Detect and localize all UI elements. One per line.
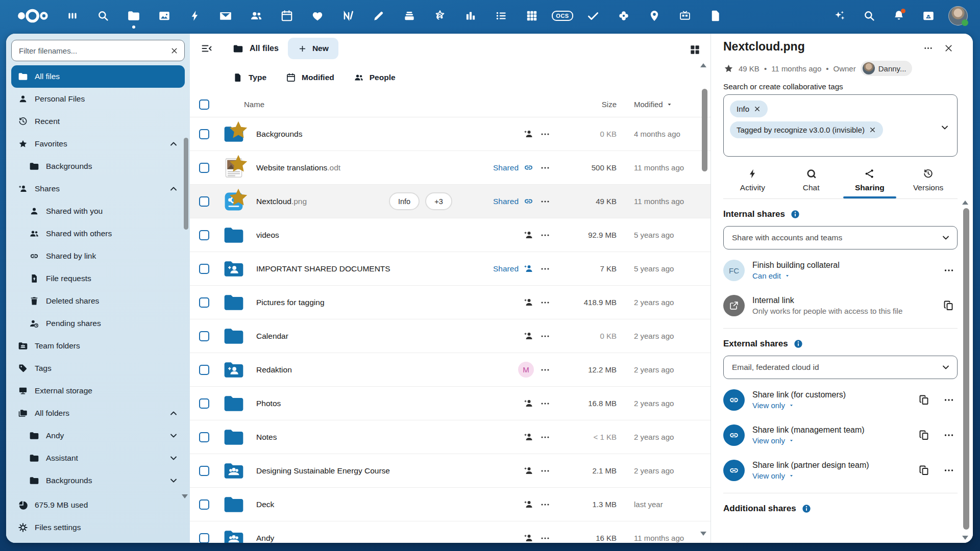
tags-input-box[interactable]: InfoTagged by recognize v3.0.0 (invisibl… — [723, 94, 958, 157]
file-row-photos[interactable]: Photos16.8 MB2 years ago — [190, 387, 710, 420]
share-status[interactable] — [523, 230, 534, 240]
sidebar-item-all-folders[interactable]: All folders — [11, 402, 185, 424]
sidebar-item-personal-files[interactable]: Personal Files — [11, 88, 185, 110]
app-deck[interactable] — [394, 3, 425, 29]
share-status[interactable]: Shared — [493, 162, 534, 173]
sidebar-item-favorites[interactable]: Favorites — [11, 133, 185, 155]
share-status[interactable] — [523, 432, 534, 442]
chevron-down-icon[interactable] — [168, 431, 179, 441]
app-tables[interactable] — [517, 3, 547, 29]
row-actions-button[interactable] — [534, 364, 556, 375]
app-analytics[interactable] — [455, 3, 486, 29]
sidebar-item-shared-with-others[interactable]: Shared with others — [11, 222, 185, 245]
filter-clear-button[interactable] — [166, 43, 182, 58]
filter-people[interactable]: People — [354, 72, 396, 83]
copy-internal-link-button[interactable] — [940, 297, 958, 314]
file-row-redaktion[interactable]: RedaktionM12.2 MB2 years ago — [190, 353, 710, 387]
share-status[interactable] — [523, 465, 534, 476]
app-contacts[interactable] — [241, 3, 272, 29]
file-row-calendar[interactable]: Calendar0 KB2 years ago — [190, 319, 710, 353]
sidebar-item-assistant[interactable]: Assistant — [11, 447, 185, 469]
list-scroll-down-icon[interactable] — [700, 532, 706, 536]
tab-chat[interactable]: Chat — [782, 165, 841, 198]
app-flower[interactable] — [608, 3, 639, 29]
row-actions-button[interactable] — [534, 196, 556, 207]
contact-card-button[interactable] — [914, 3, 943, 29]
row-actions-button[interactable] — [534, 297, 556, 308]
app-recognize[interactable] — [425, 3, 455, 29]
app-cast[interactable] — [670, 3, 700, 29]
remove-tag-icon[interactable] — [753, 105, 761, 113]
notifications-button[interactable] — [884, 3, 914, 29]
app-checks[interactable] — [578, 3, 608, 29]
avatar-button[interactable] — [943, 3, 973, 29]
info-icon[interactable] — [790, 209, 800, 219]
sidebar-item-files-settings[interactable]: Files settings — [11, 516, 185, 539]
app-calendar[interactable] — [272, 3, 302, 29]
filter-filenames-input[interactable] — [11, 40, 185, 61]
chevron-down-icon[interactable] — [941, 233, 951, 243]
row-checkbox[interactable] — [199, 398, 209, 409]
external-share-row[interactable]: Share link (partner design team)View onl… — [723, 456, 958, 485]
app-photos[interactable] — [149, 3, 180, 29]
sidebar-item-pending-shares[interactable]: Pending shares — [11, 312, 185, 335]
tag-chip-3[interactable]: +3 — [425, 192, 452, 210]
chevron-up-icon[interactable] — [168, 139, 179, 149]
row-checkbox[interactable] — [199, 533, 209, 543]
tag-chip-info[interactable]: Info — [389, 192, 420, 210]
sidebar-item-all-files[interactable]: All files — [11, 65, 185, 88]
row-checkbox[interactable] — [199, 432, 209, 442]
details-close-button[interactable] — [939, 40, 958, 56]
row-checkbox[interactable] — [199, 297, 209, 308]
chevron-down-icon[interactable] — [168, 475, 179, 486]
column-size[interactable]: Size — [556, 100, 617, 109]
file-row-notes[interactable]: Notes< 1 KB2 years ago — [190, 420, 710, 454]
sidebar-scroll-down-icon[interactable] — [182, 494, 188, 498]
row-checkbox[interactable] — [199, 129, 209, 139]
app-activity[interactable] — [180, 3, 210, 29]
chevron-down-icon[interactable] — [168, 453, 179, 463]
nextcloud-logo-icon[interactable] — [10, 6, 57, 26]
sidebar-item-deleted-shares[interactable]: Deleted shares — [11, 290, 185, 312]
list-scroll-up-icon[interactable] — [700, 63, 706, 67]
file-row-nextcloud[interactable]: Nextcloud.pngInfo+3Shared49 KB11 months … — [190, 185, 710, 218]
info-icon[interactable] — [793, 339, 803, 349]
file-row-andy[interactable]: Andy16 KB11 months ago — [190, 521, 710, 543]
shared-label[interactable]: Shared — [493, 197, 519, 206]
row-checkbox[interactable] — [199, 466, 209, 476]
row-actions-button[interactable] — [534, 162, 556, 173]
sidebar-item-file-requests[interactable]: File requests — [11, 267, 185, 290]
share-status[interactable]: Shared — [493, 196, 534, 207]
app-search[interactable] — [88, 3, 118, 29]
panel-scroll-up-icon[interactable] — [962, 201, 968, 205]
search-button[interactable] — [854, 3, 884, 29]
row-checkbox[interactable] — [199, 264, 209, 274]
app-tasks[interactable] — [486, 3, 517, 29]
share-status[interactable] — [523, 398, 534, 409]
panel-scroll-down-icon[interactable] — [962, 536, 968, 540]
external-share-row[interactable]: Share link (management team)View only — [723, 421, 958, 449]
app-heart[interactable] — [302, 3, 333, 29]
share-permission[interactable]: Can edit — [752, 271, 933, 280]
row-checkbox[interactable] — [199, 331, 209, 341]
file-row-website-translations[interactable]: Website translations.odtShared500 KB11 m… — [190, 151, 710, 185]
sidebar-item-quota[interactable]: 675.9 MB used — [11, 494, 185, 516]
chevron-up-icon[interactable] — [168, 184, 179, 194]
share-status[interactable] — [523, 129, 534, 139]
sidebar-item-backgrounds[interactable]: Backgrounds — [11, 469, 185, 492]
app-maps[interactable] — [639, 3, 670, 29]
row-actions-button[interactable] — [534, 432, 556, 443]
breadcrumb[interactable]: All files — [233, 43, 279, 54]
share-actions-button[interactable] — [940, 427, 958, 444]
sidebar-item-team-folders[interactable]: Team folders — [11, 335, 185, 357]
assistant-button[interactable] — [825, 3, 854, 29]
row-actions-button[interactable] — [534, 499, 556, 510]
share-status[interactable] — [523, 331, 534, 341]
external-share-input[interactable] — [723, 356, 958, 379]
external-share-row[interactable]: Share link (for customers)View only — [723, 386, 958, 414]
column-name[interactable]: Name — [244, 100, 534, 109]
row-checkbox[interactable] — [199, 230, 209, 240]
owner-pill[interactable]: Danny... — [861, 61, 913, 76]
share-status[interactable] — [523, 499, 534, 510]
copy-share-link-button[interactable] — [916, 427, 933, 444]
